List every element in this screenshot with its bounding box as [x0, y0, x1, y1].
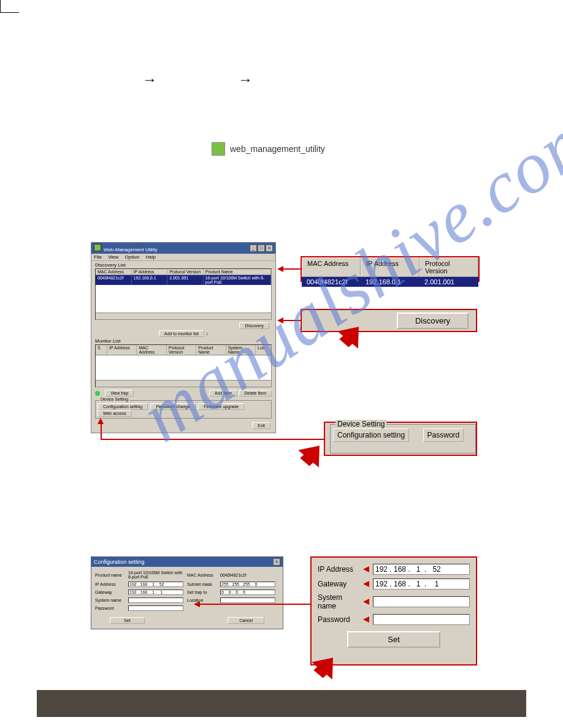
cell-proto: 2.001.001 [167, 275, 204, 285]
red-arrow-icon [194, 601, 200, 607]
desktop-shortcut[interactable]: web_management_utility [212, 142, 325, 156]
exit-button[interactable]: Exit [252, 422, 270, 429]
gateway-field[interactable] [373, 578, 470, 590]
location-field[interactable] [220, 597, 275, 603]
gateway-label: Gateway [318, 580, 359, 588]
discovery-list[interactable]: MAC Address IP Address Protocol Version … [95, 268, 272, 320]
menubar[interactable]: File View Option Help [91, 254, 275, 261]
discovery-button[interactable]: Discovery [397, 313, 469, 329]
trap-field[interactable] [220, 590, 275, 595]
password-change-button[interactable]: Password change [150, 403, 196, 410]
set-button[interactable]: Set [110, 617, 145, 624]
menu-file[interactable]: File [94, 254, 102, 260]
system-name-field[interactable] [128, 597, 183, 603]
device-setting-callout: Device Setting Configuration setting Pas… [324, 422, 477, 456]
red-arrow-icon [363, 581, 369, 587]
red-arrow-icon [277, 266, 283, 272]
col-loc[interactable]: Loc [256, 345, 271, 355]
col-product[interactable]: Product Name [204, 269, 271, 275]
gateway-field[interactable] [128, 590, 183, 595]
monitor-list-label: Monitor List [95, 338, 275, 344]
close-icon[interactable]: × [273, 558, 280, 566]
config-setting-button[interactable]: Configuration setting [333, 428, 409, 442]
discovery-button-callout: Discovery [301, 309, 477, 332]
col-product2[interactable]: Product Name [196, 345, 226, 355]
scrollbar[interactable] [96, 380, 271, 387]
discovery-list-label: Discovery List [95, 262, 275, 268]
selected-row[interactable]: 0040f4821c2f 192.168.0.1 2.001.001 [302, 277, 478, 287]
red-line [283, 268, 301, 270]
scrollbar[interactable] [96, 313, 271, 319]
add-monitor-button[interactable]: Add to monitor list [159, 330, 204, 337]
system-name-label: System name [95, 598, 124, 602]
col-mac[interactable]: MAC Address [302, 257, 361, 277]
menu-view[interactable]: View [108, 254, 118, 260]
red-arrow-icon [277, 317, 283, 324]
firmware-upgrade-button[interactable]: Firmware upgrade [198, 403, 244, 410]
shortcut-label: web_management_utility [230, 144, 325, 154]
mac-value: 0040f4821c2f [220, 573, 275, 577]
col-proto[interactable]: Protocol Version [419, 257, 478, 277]
col-ip[interactable]: IP Address [132, 269, 168, 275]
system-name-field[interactable] [373, 596, 470, 607]
mac-label: MAC Address [187, 573, 216, 577]
discovery-row-callout: MAC Address IP Address Protocol Version … [301, 256, 480, 282]
product-name-value: 16-port 10/100M Switch with 8-port PoE [128, 571, 183, 579]
set-button[interactable]: Set [347, 631, 440, 648]
discovery-row-selected[interactable]: 0040f4821c2f 192.168.0.1 2.001.001 16-po… [96, 275, 271, 285]
col-proto2[interactable]: Protocol Version [167, 345, 196, 355]
titlebar: Configuration setting × [91, 557, 283, 567]
red-arrow-icon [363, 566, 369, 572]
minimize-icon[interactable]: _ [250, 245, 257, 252]
add-item-button[interactable]: Add Item [209, 390, 237, 396]
subnet-field[interactable] [220, 582, 275, 587]
maximize-icon[interactable]: □ [258, 245, 265, 252]
red-line [101, 422, 102, 439]
window-controls[interactable]: _□× [249, 245, 273, 252]
utility-window: Web-Management Utility _□× File View Opt… [91, 242, 276, 433]
window-title: Configuration setting [94, 559, 145, 565]
col-ip[interactable]: IP Address [361, 257, 419, 277]
close-icon[interactable]: × [266, 245, 273, 252]
password-field[interactable] [373, 614, 470, 625]
ip-field[interactable] [128, 582, 183, 587]
password-field[interactable] [128, 605, 183, 611]
red-arrow-icon [363, 599, 369, 605]
red-line [283, 320, 301, 321]
titlebar: Web-Management Utility _□× [91, 243, 275, 254]
cancel-button[interactable]: Cancel [228, 617, 264, 624]
device-setting-legend: Device Setting [335, 420, 386, 428]
web-access-button[interactable]: Web access [98, 410, 132, 417]
device-setting-panel: Device Setting Configuration setting Pas… [95, 400, 272, 419]
down-arrow-icon: ↓ [205, 331, 208, 336]
cell-ip: 192.168.0.1 [361, 277, 419, 287]
col-s[interactable]: S [96, 345, 107, 355]
discovery-button[interactable]: Discovery [239, 322, 269, 329]
password-button[interactable]: Password [423, 428, 464, 442]
app-icon [212, 142, 225, 156]
col-proto[interactable]: Protocol Version [167, 269, 204, 275]
ip-label: IP Address [318, 565, 359, 574]
cell-mac: 0040f4821c2f [96, 275, 132, 285]
menu-option[interactable]: Option [125, 254, 140, 260]
gateway-label: Gateway [95, 590, 124, 594]
col-mac[interactable]: MAC Address [96, 269, 132, 275]
arrow-icon: → [238, 71, 253, 88]
col-sys[interactable]: System Name [226, 345, 256, 355]
cell-mac: 0040f4821c2f [302, 277, 361, 287]
view-trap-button[interactable]: View trap [105, 390, 134, 396]
password-label: Password [95, 606, 124, 610]
red-arrow-icon [363, 616, 369, 623]
monitor-list[interactable]: S IP Address MAC Address Protocol Versio… [95, 344, 272, 387]
arrow-icon: → [142, 71, 157, 88]
footer-bar [37, 690, 526, 717]
col-mac2[interactable]: MAC Address [137, 345, 166, 355]
location-label: Location [187, 598, 216, 602]
config-setting-button[interactable]: Configuration setting [98, 403, 148, 410]
menu-help[interactable]: Help [145, 254, 155, 260]
delete-item-button[interactable]: Delete Item [239, 390, 272, 396]
col-ip2[interactable]: IP Address [107, 345, 137, 355]
system-name-label: System name [318, 593, 359, 610]
ip-field[interactable] [373, 564, 470, 575]
ip-label: IP Address [95, 582, 124, 586]
